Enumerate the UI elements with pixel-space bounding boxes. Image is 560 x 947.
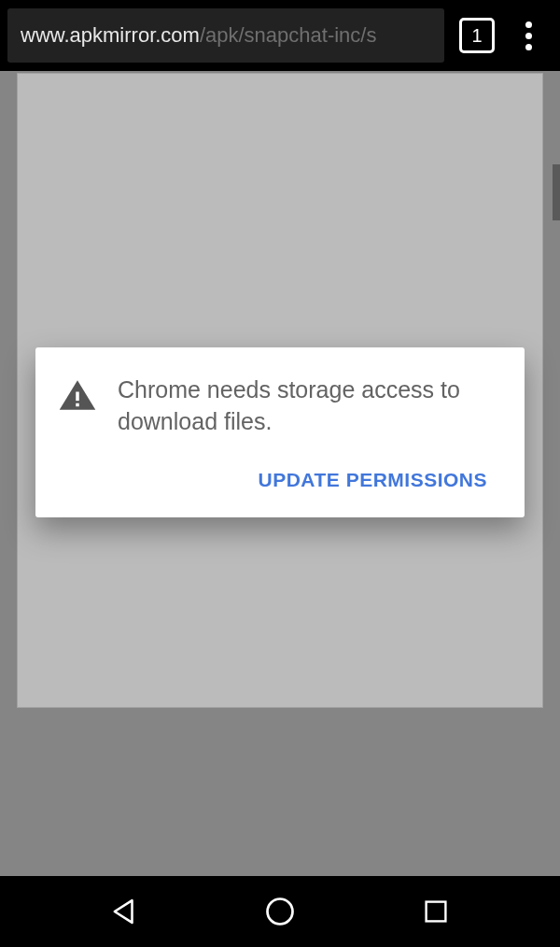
home-button[interactable]	[257, 888, 303, 935]
dialog-body: Chrome needs storage access to download …	[58, 374, 498, 437]
overflow-menu-button[interactable]	[510, 17, 547, 54]
browser-top-bar: www.apkmirror.com/apk/snapchat-inc/s 1	[0, 0, 560, 71]
tabs-count: 1	[471, 25, 482, 47]
url-path: /apk/snapchat-inc/s	[200, 23, 377, 48]
tabs-button[interactable]: 1	[459, 18, 495, 53]
update-permissions-button[interactable]: UPDATE PERMISSIONS	[247, 459, 498, 501]
url-bar[interactable]: www.apkmirror.com/apk/snapchat-inc/s	[7, 8, 444, 63]
svg-rect-3	[426, 902, 445, 922]
android-nav-bar	[0, 876, 560, 947]
dialog-scrim: Chrome needs storage access to download …	[0, 71, 560, 876]
menu-dot-icon	[525, 44, 532, 50]
back-button[interactable]	[101, 888, 147, 935]
svg-point-2	[267, 899, 292, 925]
svg-rect-0	[76, 392, 79, 402]
dialog-actions: UPDATE PERMISSIONS	[58, 459, 498, 501]
recents-square-icon	[421, 897, 451, 926]
home-circle-icon	[263, 895, 297, 928]
dialog-message: Chrome needs storage access to download …	[118, 374, 498, 437]
permission-dialog: Chrome needs storage access to download …	[35, 347, 525, 517]
warning-icon	[58, 377, 97, 417]
url-host: www.apkmirror.com	[21, 23, 200, 48]
menu-dot-icon	[525, 21, 532, 28]
menu-dot-icon	[525, 33, 532, 39]
recents-button[interactable]	[413, 888, 459, 935]
back-triangle-icon	[108, 896, 140, 927]
svg-rect-1	[76, 403, 79, 407]
